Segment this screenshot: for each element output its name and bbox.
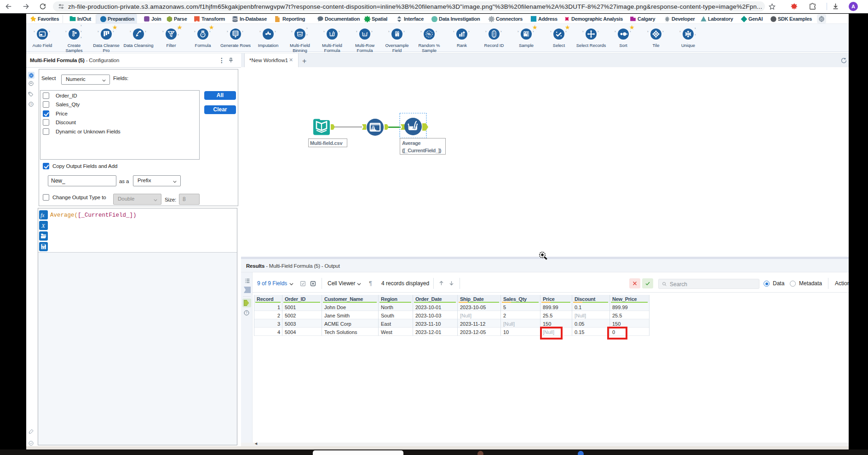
svg-text:X: X [41,222,46,229]
svg-text:fx: fx [40,212,45,219]
svg-text:%: % [427,32,431,36]
svg-text:?: ? [246,311,247,314]
svg-text:A: A [170,31,172,35]
svg-text:3: 3 [493,35,494,38]
svg-text:1↓: 1↓ [363,33,366,35]
svg-text:?: ? [30,103,32,106]
